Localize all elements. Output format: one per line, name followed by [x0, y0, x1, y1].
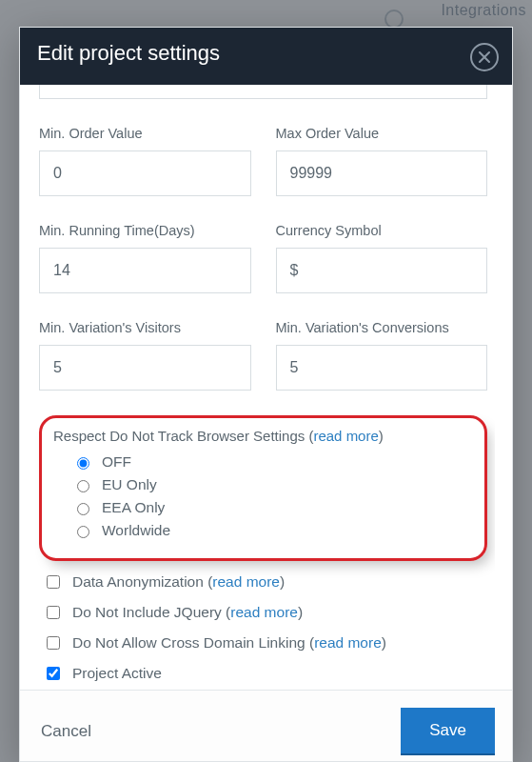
dnt-radio-eu-only[interactable]	[77, 480, 89, 492]
dnt-option-eea-only[interactable]: EEA Only	[72, 499, 469, 516]
max-order-value-input[interactable]	[276, 150, 488, 196]
no-cross-domain-label: Do Not Allow Cross Domain Linking (read …	[72, 634, 386, 652]
dialog-scroll-area[interactable]: Min. Order Value Max Order Value Min. Ru…	[31, 85, 495, 690]
min-variation-visitors-input[interactable]	[39, 345, 251, 391]
data-anonymization-row[interactable]: Data Anonymization (read more)	[43, 572, 487, 592]
no-jquery-row[interactable]: Do Not Include JQuery (read more)	[43, 603, 487, 622]
no-jquery-label: Do Not Include JQuery (read more)	[72, 604, 303, 621]
dnt-option-eu-only-label: EU Only	[102, 476, 157, 493]
no-jquery-checkbox[interactable]	[47, 606, 60, 619]
dnt-legend-suffix: )	[379, 428, 384, 444]
data-anonymization-checkbox[interactable]	[47, 575, 60, 589]
dnt-option-eu-only[interactable]: EU Only	[72, 476, 469, 493]
dialog-body: Min. Order Value Max Order Value Min. Ru…	[20, 85, 512, 690]
dnt-radio-off[interactable]	[77, 457, 89, 470]
dialog-footer: Cancel Save	[20, 690, 512, 761]
dnt-option-eea-only-label: EEA Only	[102, 499, 165, 516]
dnt-legend: Respect Do Not Track Browser Settings (r…	[53, 428, 469, 444]
no-cross-domain-row[interactable]: Do Not Allow Cross Domain Linking (read …	[43, 633, 487, 652]
background-tab-icon	[384, 10, 404, 29]
dnt-option-off-label: OFF	[102, 453, 131, 471]
project-active-checkbox[interactable]	[47, 667, 60, 680]
min-variation-conversions-input[interactable]	[276, 345, 488, 391]
data-anonymization-label: Data Anonymization (read more)	[72, 573, 285, 591]
dnt-radio-eea-only[interactable]	[77, 503, 89, 515]
no-jquery-read-more-link[interactable]: read more	[230, 604, 298, 620]
cancel-button[interactable]: Cancel	[37, 714, 95, 749]
project-active-row[interactable]: Project Active	[43, 664, 487, 683]
dnt-option-worldwide-label: Worldwide	[102, 522, 170, 539]
dialog-header: Edit project settings	[20, 28, 512, 85]
data-anonymization-read-more-link[interactable]: read more	[212, 573, 280, 590]
no-cross-domain-read-more-link[interactable]: read more	[314, 634, 382, 651]
no-cross-domain-checkbox[interactable]	[47, 636, 60, 650]
currency-symbol-label: Currency Symbol	[276, 223, 488, 238]
min-order-value-input[interactable]	[39, 150, 251, 196]
dnt-option-worldwide[interactable]: Worldwide	[72, 522, 469, 539]
min-order-value-label: Min. Order Value	[39, 126, 251, 141]
close-icon	[479, 51, 490, 63]
min-running-time-input[interactable]	[39, 248, 251, 293]
background-tab-label: Integrations	[441, 2, 526, 19]
save-button[interactable]: Save	[401, 708, 495, 755]
close-button[interactable]	[470, 43, 499, 71]
max-order-value-label: Max Order Value	[276, 126, 488, 141]
dnt-radio-worldwide[interactable]	[77, 526, 89, 538]
dnt-settings-group: Respect Do Not Track Browser Settings (r…	[39, 415, 487, 561]
min-variation-conversions-label: Min. Variation's Conversions	[276, 320, 488, 335]
edit-project-settings-dialog: Edit project settings Min. Order Value M…	[19, 27, 513, 762]
min-running-time-label: Min. Running Time(Days)	[39, 223, 251, 238]
min-variation-visitors-label: Min. Variation's Visitors	[39, 320, 251, 335]
previous-field-bottom	[39, 85, 487, 99]
currency-symbol-input[interactable]	[276, 248, 488, 293]
dnt-legend-prefix: Respect Do Not Track Browser Settings (	[53, 428, 313, 444]
dnt-read-more-link[interactable]: read more	[313, 428, 378, 444]
dnt-option-off[interactable]: OFF	[72, 453, 469, 471]
project-active-label: Project Active	[72, 665, 162, 682]
dialog-title: Edit project settings	[37, 41, 495, 66]
